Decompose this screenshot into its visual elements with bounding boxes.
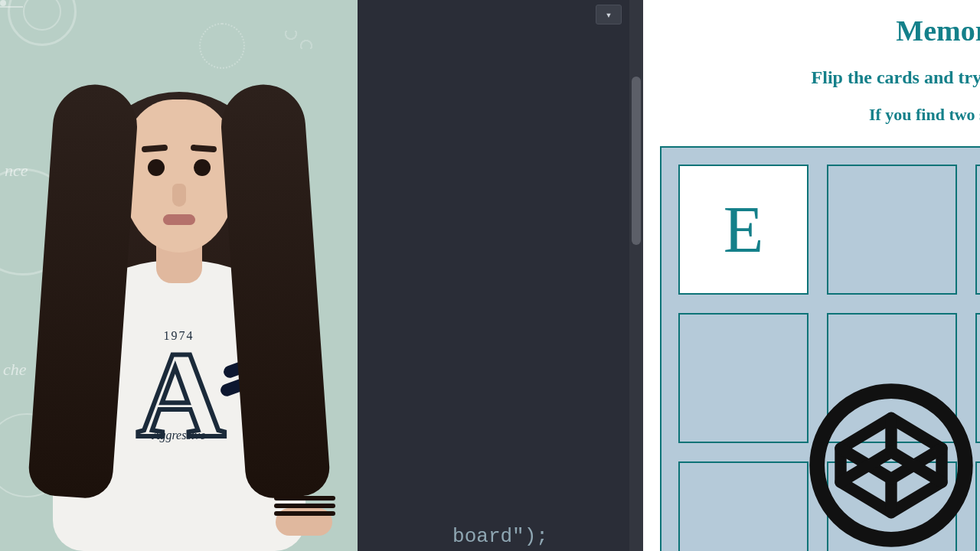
editor-code-fragment: board");: [452, 525, 548, 548]
memory-card-10[interactable]: [975, 461, 980, 551]
memory-card-1[interactable]: [827, 165, 957, 295]
memory-card-6[interactable]: [975, 313, 980, 443]
shirt-word: Aggressive: [106, 429, 252, 442]
editor-scrollbar[interactable]: [629, 0, 643, 551]
presenter-figure: 1974 A Aggressive: [18, 31, 340, 551]
code-editor-pane: ▾ board");: [358, 0, 643, 551]
memory-card-4[interactable]: [678, 313, 808, 443]
game-subtitle-2: If you find two similar: [643, 105, 980, 125]
chevron-down-icon: ▾: [606, 8, 612, 21]
editor-collapse-button[interactable]: ▾: [596, 5, 622, 24]
browser-preview-pane: Memory Flip the cards and try to remembe…: [643, 0, 980, 551]
presenter-webcam-pane: nce che ca 1974 A Aggressive: [0, 0, 358, 551]
memory-board: E: [660, 146, 980, 551]
memory-card-face: E: [724, 191, 764, 268]
memory-card-9[interactable]: [827, 461, 957, 551]
game-title: Memory: [643, 14, 980, 47]
presenter-shirt-graphic: 1974 A Aggressive: [106, 329, 252, 442]
memory-card-8[interactable]: [678, 461, 808, 551]
memory-card-0[interactable]: E: [678, 165, 808, 295]
editor-scrollbar-thumb[interactable]: [632, 77, 641, 245]
memory-card-5[interactable]: [827, 313, 957, 443]
doodle-atom-nucleus-icon: [0, 0, 6, 6]
presenter-bracelet: [274, 496, 335, 519]
memory-card-2[interactable]: [975, 165, 980, 295]
game-subtitle-1: Flip the cards and try to remember: [643, 67, 980, 88]
